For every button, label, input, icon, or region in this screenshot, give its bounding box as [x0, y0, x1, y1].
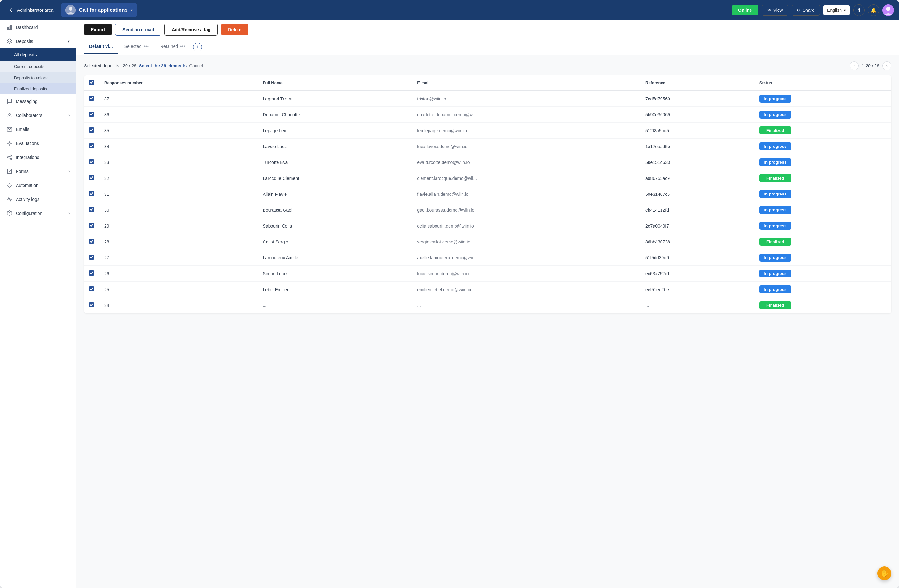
- add-remove-tag-button[interactable]: Add/Remove a tag: [164, 23, 218, 35]
- export-button[interactable]: Export: [84, 24, 112, 35]
- row-email-9: sergio.cailot.demo@wiin.io: [412, 234, 640, 250]
- row-status-10: In progress: [754, 250, 891, 266]
- tab-default-view[interactable]: Default vi...: [84, 39, 118, 54]
- svg-rect-5: [9, 26, 10, 29]
- row-status-5: Finalized: [754, 170, 891, 186]
- float-action-button[interactable]: ✋: [877, 566, 891, 580]
- row-name-2: Lepage Leo: [258, 123, 412, 139]
- cancel-link[interactable]: Cancel: [189, 63, 203, 68]
- sidebar-item-dashboard[interactable]: Dashboard: [0, 20, 76, 34]
- sidebar-item-configuration[interactable]: Configuration ›: [0, 206, 76, 220]
- share-button[interactable]: ⟳ Share: [792, 5, 820, 15]
- info-button[interactable]: ℹ: [853, 5, 865, 16]
- row-num-7: 30: [99, 202, 258, 218]
- table-row: 29 Sabourin Celia celia.sabourin.demo@wi…: [84, 218, 891, 234]
- online-button[interactable]: Online: [732, 5, 758, 15]
- send-email-button[interactable]: Send an e-mail: [115, 23, 161, 35]
- row-checkbox-7[interactable]: [89, 207, 94, 212]
- view-button[interactable]: 👁 View: [762, 5, 788, 15]
- row-email-8: celia.sabourin.demo@wiin.io: [412, 218, 640, 234]
- row-checkbox-cell-1: [84, 107, 99, 123]
- user-avatar[interactable]: [882, 5, 894, 16]
- pagination-next-button[interactable]: ›: [882, 61, 891, 70]
- finalized-deposits-label: Finalized deposits: [14, 86, 47, 91]
- sidebar-item-deposits[interactable]: Deposits ▾: [0, 34, 76, 48]
- row-checkbox-4[interactable]: [89, 159, 94, 164]
- sidebar-item-collaborators[interactable]: Collaborators ›: [0, 108, 76, 122]
- row-checkbox-1[interactable]: [89, 111, 94, 117]
- add-tab-button[interactable]: +: [193, 43, 202, 51]
- row-checkbox-3[interactable]: [89, 144, 94, 148]
- pagination-prev-button[interactable]: ‹: [850, 61, 859, 70]
- table-row: 25 Lebel Emilien emilien.lebel.demo@wiin…: [84, 282, 891, 298]
- sidebar-deposits-label: Deposits: [16, 39, 33, 44]
- tab-retained[interactable]: Retained •••: [155, 39, 190, 55]
- table-row: 35 Lepage Leo leo.lepage.demo@wiin.io 51…: [84, 123, 891, 139]
- table-row: 32 Larocque Clement clement.larocque.dem…: [84, 170, 891, 186]
- sidebar-item-forms[interactable]: Forms ›: [0, 164, 76, 178]
- row-email-4: eva.turcotte.demo@wiin.io: [412, 154, 640, 170]
- row-checkbox-5[interactable]: [89, 175, 94, 180]
- row-checkbox-cell-11: [84, 266, 99, 282]
- admin-area-button[interactable]: Administrator area: [5, 5, 57, 15]
- sidebar-item-deposits-to-unlock[interactable]: Deposits to unlock: [0, 72, 76, 83]
- row-ref-1: 5b90e36069: [640, 107, 754, 123]
- svg-line-19: [9, 156, 10, 157]
- row-checkbox-cell-0: [84, 91, 99, 107]
- row-checkbox-0[interactable]: [89, 96, 94, 101]
- row-ref-6: 59e31407c5: [640, 186, 754, 202]
- sidebar-item-all-deposits[interactable]: All deposits: [0, 48, 76, 61]
- row-name-9: Cailot Sergio: [258, 234, 412, 250]
- language-selector[interactable]: English ▾: [823, 5, 850, 15]
- sidebar-activity-logs-label: Activity logs: [16, 197, 39, 202]
- row-checkbox-13[interactable]: [89, 302, 94, 307]
- row-email-2: leo.lepage.demo@wiin.io: [412, 123, 640, 139]
- sidebar-item-evaluations[interactable]: Evaluations: [0, 136, 76, 150]
- row-status-4: In progress: [754, 154, 891, 170]
- sidebar-item-current-deposits[interactable]: Current deposits: [0, 61, 76, 72]
- sidebar-item-emails[interactable]: Emails: [0, 122, 76, 136]
- row-checkbox-cell-8: [84, 218, 99, 234]
- sidebar-automation-label: Automation: [16, 183, 39, 188]
- eye-icon: 👁: [767, 8, 772, 13]
- sidebar-item-integrations[interactable]: Integrations: [0, 150, 76, 164]
- row-checkbox-2[interactable]: [89, 127, 94, 133]
- row-name-8: Sabourin Celia: [258, 218, 412, 234]
- select-all-checkbox[interactable]: [89, 80, 94, 85]
- sidebar-item-finalized-deposits[interactable]: Finalized deposits: [0, 83, 76, 94]
- row-checkbox-12[interactable]: [89, 286, 94, 292]
- collaborators-chevron-icon: ›: [68, 113, 70, 117]
- nav-right: Online 👁 View ⟳ Share English ▾ ℹ 🔔: [732, 5, 894, 16]
- sidebar-item-activity-logs[interactable]: Activity logs: [0, 192, 76, 206]
- content-area: Export Send an e-mail Add/Remove a tag D…: [76, 20, 899, 588]
- row-name-0: Legrand Tristan: [258, 91, 412, 107]
- sidebar-item-automation[interactable]: Automation: [0, 178, 76, 192]
- row-num-11: 26: [99, 266, 258, 282]
- sidebar-configuration-label: Configuration: [16, 211, 42, 216]
- table-row: 30 Bourassa Gael gael.bourassa.demo@wiin…: [84, 202, 891, 218]
- header-checkbox-cell: [84, 75, 99, 91]
- app-title-section[interactable]: Call for applications ▾: [61, 3, 137, 17]
- status-badge-0: In progress: [760, 95, 791, 103]
- row-status-3: In progress: [754, 139, 891, 154]
- forms-chevron-icon: ›: [68, 169, 70, 174]
- row-checkbox-10[interactable]: [89, 255, 94, 260]
- share-icon: [6, 154, 13, 161]
- row-ref-3: 1a17eaad5e: [640, 139, 754, 154]
- notification-button[interactable]: 🔔: [868, 5, 879, 16]
- row-email-0: tristan@wiin.io: [412, 91, 640, 107]
- svg-point-17: [10, 158, 12, 160]
- tab-selected[interactable]: Selected •••: [119, 39, 154, 55]
- header-responses-number: Responses number: [99, 75, 258, 91]
- row-checkbox-6[interactable]: [89, 191, 94, 196]
- sidebar-item-messaging[interactable]: Messaging: [0, 94, 76, 108]
- status-badge-9: Finalized: [760, 238, 791, 246]
- row-num-10: 27: [99, 250, 258, 266]
- delete-button[interactable]: Delete: [221, 24, 248, 35]
- status-badge-5: Finalized: [760, 174, 791, 182]
- row-checkbox-8[interactable]: [89, 223, 94, 228]
- select-all-link[interactable]: Select the 26 elements: [139, 63, 187, 68]
- row-checkbox-9[interactable]: [89, 239, 94, 244]
- header-full-name: Full Name: [258, 75, 412, 91]
- row-checkbox-11[interactable]: [89, 270, 94, 276]
